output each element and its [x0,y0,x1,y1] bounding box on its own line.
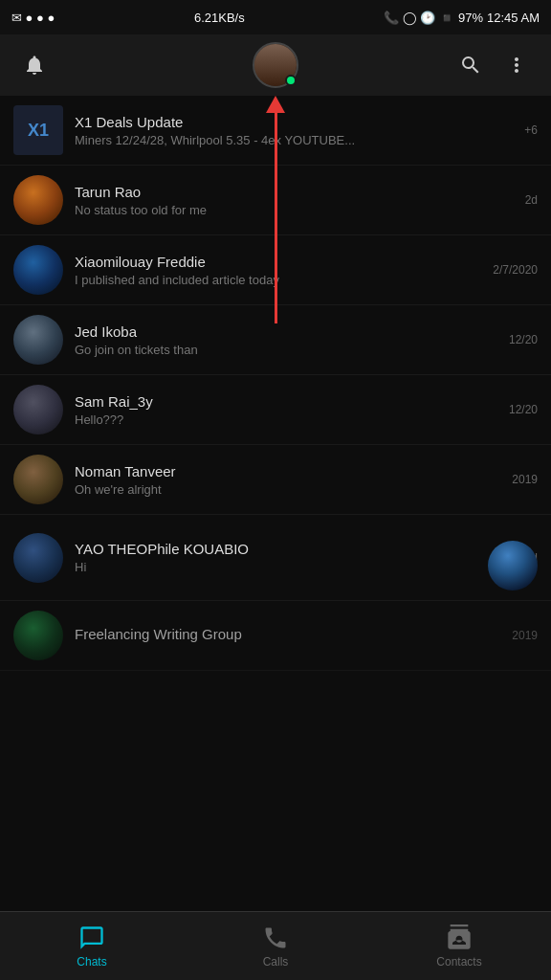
chat-time: 2/7/2020 [493,263,538,277]
nav-tab-contacts[interactable]: Contacts [367,912,551,980]
more-options-button[interactable] [497,46,536,84]
chat-name: Freelancing Writing Group [75,626,504,642]
chat-preview: Hello??? [75,412,501,427]
chat-name: YAO THEOPhile KOUABIO [75,541,518,557]
status-bar: ✉ ● ● ● 6.21KB/s 📞 ◯ 🕑 ◾ 97% 12:45 AM [0,0,551,34]
chat-content: Noman Tanveer Oh we're alright [75,463,504,497]
chat-time: 12/20 [509,403,538,416]
chat-avatar [13,315,63,365]
online-indicator [285,75,297,86]
special-avatar [488,541,538,590]
nav-tab-calls[interactable]: Calls [184,912,367,980]
chat-content: Sam Rai_3y Hello??? [75,393,501,427]
chat-time: 12/20 [509,333,538,346]
notification-button[interactable] [15,46,54,84]
chat-meta: 12/20 [509,403,538,416]
search-button[interactable] [452,46,490,84]
nav-label-chats: Chats [77,955,106,969]
chat-meta: 2d [525,193,538,207]
top-bar-actions [452,46,536,84]
search-icon [459,54,482,77]
bottom-nav: Chats Calls Contacts [0,911,551,980]
chat-content: Jed Ikoba Go join on tickets than [75,323,501,357]
status-time: 12:45 AM [487,11,540,25]
chat-avatar [13,175,63,225]
chats-icon [78,924,105,951]
chat-name: Sam Rai_3y [75,393,501,410]
list-item[interactable]: Noman Tanveer Oh we're alright 2019 [0,445,551,515]
status-icons: ✉ ● ● ● [11,11,55,25]
chat-avatar [13,611,63,660]
chat-meta: 2/7/2020 [493,263,538,277]
bell-icon [23,54,46,77]
calls-icon [262,924,289,951]
nav-tab-chats[interactable]: Chats [0,912,184,980]
chat-preview: Miners 12/24/28, Whirlpool 5.35 - 4ex YO… [75,133,517,147]
chat-time: +6 [524,123,538,137]
chat-content: Xiaomilouay Freddie I published and incl… [75,254,485,287]
chat-name: Xiaomilouay Freddie [75,254,485,270]
chat-list: X1 X1 Deals Update Miners 12/24/28, Whir… [0,96,551,911]
chat-content: Tarun Rao No status too old for me [75,184,518,217]
battery-level: 97% [458,11,483,25]
chat-name: Tarun Rao [75,184,518,200]
nav-label-calls: Calls [263,955,289,969]
status-speed: 6.21KB/s [194,11,245,25]
chat-avatar [13,455,63,504]
list-item[interactable]: Jed Ikoba Go join on tickets than 12/20 [0,305,551,375]
list-item[interactable]: Tarun Rao No status too old for me 2d [0,166,551,235]
chat-preview: No status too old for me [75,203,518,217]
chat-preview: Oh we're alright [75,482,504,497]
chat-meta: 12/20 [509,333,538,346]
chat-meta: 2019 [512,473,538,486]
chat-avatar [13,385,63,434]
chat-preview: I published and included article today [75,273,485,287]
top-bar [0,34,551,96]
avatar[interactable] [253,42,298,88]
chat-meta: 2019 [512,629,538,642]
status-icons-right: 📞 ◯ 🕑 ◾ [384,11,454,25]
chat-content: Freelancing Writing Group [75,626,504,645]
chat-meta: +6 [524,123,538,137]
status-left: ✉ ● ● ● [11,11,55,25]
list-item[interactable]: YAO THEOPhile KOUABIO Hi 8d [0,515,551,601]
chat-content: X1 Deals Update Miners 12/24/28, Whirlpo… [75,114,517,147]
chat-name: Noman Tanveer [75,463,504,479]
chat-avatar: X1 [13,105,63,155]
more-vert-icon [505,54,528,77]
chat-time: 2019 [512,629,538,642]
list-item[interactable]: Xiaomilouay Freddie I published and incl… [0,235,551,305]
chat-name: X1 Deals Update [75,114,517,130]
nav-label-contacts: Contacts [436,955,481,969]
chat-avatar [13,533,63,583]
chat-content: YAO THEOPhile KOUABIO Hi [75,541,518,574]
profile-avatar-container[interactable] [253,42,298,88]
list-item[interactable]: X1 X1 Deals Update Miners 12/24/28, Whir… [0,96,551,166]
chat-time: 2019 [512,473,538,486]
contacts-icon [446,924,473,951]
chat-time: 2d [525,193,538,207]
list-item[interactable]: Freelancing Writing Group 2019 [0,601,551,671]
status-right: 📞 ◯ 🕑 ◾ 97% 12:45 AM [384,11,540,25]
chat-name: Jed Ikoba [75,323,501,340]
chat-preview: Go join on tickets than [75,343,501,357]
chat-avatar [13,245,63,295]
chat-preview: Hi [75,560,518,574]
list-item[interactable]: Sam Rai_3y Hello??? 12/20 [0,375,551,445]
